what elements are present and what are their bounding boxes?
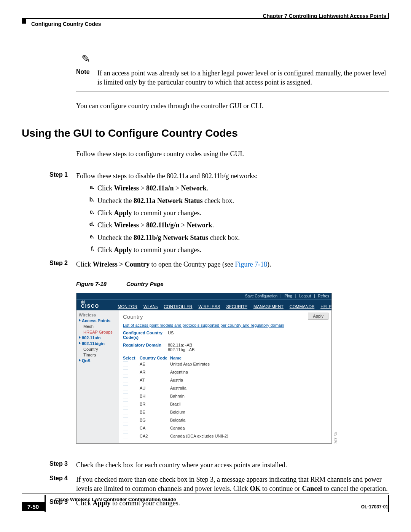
menu-controller[interactable]: CONTROLLER [164, 304, 192, 309]
step-4: Step 4 If you checked more than one chec… [22, 475, 389, 494]
step-label: Step 4 [49, 475, 76, 494]
value-regulatory-domain: 802.11a: -AB802.11bg: -AB [168, 343, 194, 352]
country-name: Bulgaria [170, 418, 185, 422]
footer-tick-right [388, 495, 389, 512]
country-name: Argentina [170, 370, 188, 374]
country-name: Austria [170, 378, 183, 382]
note-text: If an access point was already set to a … [97, 69, 389, 87]
country-checkbox[interactable] [123, 425, 128, 430]
sub-label: d. [84, 220, 97, 230]
country-checkbox[interactable] [123, 361, 128, 366]
step-2: Step 2 Click Wireless > Country to open … [22, 260, 389, 269]
country-checkbox[interactable] [123, 393, 128, 398]
table-row: BHBahrain [123, 392, 328, 400]
country-checkbox[interactable] [123, 385, 128, 390]
step-1c: c. Click Apply to commit your changes. [84, 208, 389, 217]
sidebar-hreap[interactable]: HREAP Groups [83, 330, 113, 334]
header-tick [388, 13, 389, 18]
step-1: Step 1 Follow these steps to disable the… [22, 171, 389, 181]
note-block: ✎ Note If an access point was already se… [76, 53, 389, 91]
menu-management[interactable]: MANAGEMENT [253, 304, 284, 309]
link-logout[interactable]: Logout [299, 294, 311, 298]
gui-menu: MONITOR WLANs CONTROLLER WIRELESS SECURI… [118, 304, 331, 310]
country-name: Belgium [170, 410, 185, 414]
step-1d: d. Click Wireless > 802.11b/g/n > Networ… [84, 220, 389, 230]
sub-text: Click Apply to commit your changes. [97, 208, 201, 217]
value-configured-country: US [168, 331, 174, 340]
intro-para-2: Follow these steps to configure country … [76, 149, 389, 158]
table-row: AUAustralia [123, 384, 328, 392]
sub-label: c. [84, 208, 97, 217]
step-text: Check the check box for each country whe… [76, 460, 389, 470]
sub-text: Uncheck the 802.11a Network Status check… [97, 196, 234, 205]
figure-number: Figure 7-18 [76, 281, 107, 287]
chevron-right-icon [79, 319, 81, 322]
step-label: Step 2 [49, 260, 76, 269]
link-refresh[interactable]: Refres [318, 294, 329, 298]
menu-commands[interactable]: COMMANDS [290, 304, 314, 309]
sub-label: a. [84, 184, 97, 193]
screenshot-id: 203150 [334, 407, 389, 444]
label-configured-country: Configured Country Code(s) [123, 331, 168, 340]
table-row: ARArgentina [123, 368, 328, 376]
sidebar-mesh[interactable]: Mesh [83, 324, 94, 329]
step-1a: a. Click Wireless > 802.11a/n > Network. [84, 184, 389, 193]
step-1e: e. Uncheck the 802.11b/g Network Status … [84, 233, 389, 242]
th-code: Country Code [140, 356, 170, 360]
footer-rule [22, 494, 389, 494]
gui-sidebar: Wireless Access Points Mesh HREAP Groups… [76, 310, 119, 443]
country-name: United Arab Emirates [170, 362, 210, 366]
th-name: Name [170, 356, 182, 360]
country-code: BE [140, 410, 170, 414]
country-checkbox[interactable] [123, 369, 128, 374]
sub-text: Click Wireless > 802.11a/n > Network. [97, 184, 208, 193]
note-label: Note [76, 69, 97, 87]
country-name: Bahrain [170, 394, 185, 398]
sidebar-country[interactable]: Country [83, 347, 98, 351]
intro-para: You can configure country codes through … [76, 101, 389, 110]
sub-text: Click Apply to commit your changes. [97, 245, 201, 254]
menu-wlans[interactable]: WLANs [143, 304, 158, 309]
cisco-logo-text: CISCO [81, 304, 118, 309]
sidebar-80211bgn[interactable]: 802.11b/g/n [82, 341, 105, 346]
sidebar-qos[interactable]: QoS [82, 358, 91, 363]
step-label: Step 3 [49, 460, 76, 470]
footer-ol-number: OL-17037-01 [361, 504, 388, 510]
country-code: AR [140, 370, 170, 374]
sub-label: f. [84, 245, 97, 254]
country-checkbox[interactable] [123, 409, 128, 414]
country-checkbox[interactable] [123, 377, 128, 382]
menu-wireless[interactable]: WIRELESS [199, 304, 220, 309]
gui-menu-bar: ılıılı CISCO MONITOR WLANs CONTROLLER WI… [76, 300, 331, 310]
figure-title: Country Page [126, 281, 164, 287]
sidebar-timers[interactable]: Timers [83, 353, 96, 357]
menu-monitor[interactable]: MONITOR [118, 304, 137, 309]
country-code: BG [140, 418, 170, 422]
sidebar-80211an[interactable]: 802.11a/n [82, 335, 101, 340]
sidebar-title: Wireless [79, 313, 117, 317]
country-checkbox[interactable] [123, 433, 128, 438]
table-row: BGBulgaria [123, 416, 328, 424]
country-checkbox[interactable] [123, 417, 128, 422]
table-row: CACanada [123, 424, 328, 432]
table-row: AEUnited Arab Emirates [123, 360, 328, 368]
note-rule-bottom [76, 91, 389, 91]
menu-help[interactable]: HELP [320, 304, 331, 309]
link-save-config[interactable]: Save Configuration [245, 294, 277, 298]
figure-link[interactable]: Figure 7-18 [235, 260, 268, 268]
menu-security[interactable]: SECURITY [226, 304, 247, 309]
link-ping[interactable]: Ping [285, 294, 292, 298]
step-label: Step 1 [49, 171, 76, 181]
sidebar-access-points[interactable]: Access Points [82, 318, 110, 323]
heading-h2: Using the GUI to Configure Country Codes [22, 127, 389, 139]
table-row: CA2Canada (DCA excludes UNII-2) [123, 432, 328, 440]
apply-button[interactable]: Apply [308, 313, 328, 320]
link-ap-models[interactable]: List of access point models and protocol… [123, 323, 328, 328]
footer-tick-left [45, 495, 46, 512]
country-checkbox[interactable] [123, 401, 128, 406]
chapter-title: Chapter 7 Controlling Lightweight Access… [263, 13, 386, 19]
table-row: BEBelgium [123, 408, 328, 416]
content: ✎ Note If an access point was already se… [22, 46, 389, 508]
step-text: Follow these steps to disable the 802.11… [76, 171, 389, 181]
step-text: If you checked more than one check box i… [76, 475, 389, 494]
